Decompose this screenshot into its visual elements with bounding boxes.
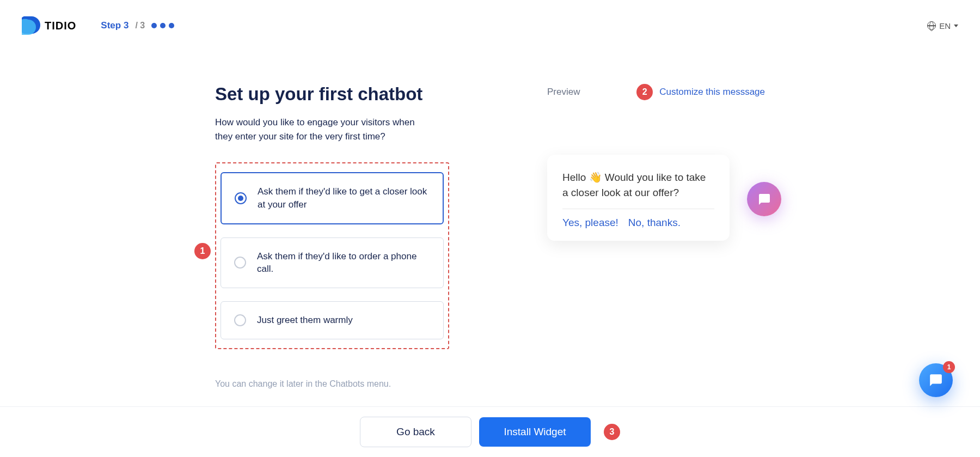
dot-1 xyxy=(151,23,157,28)
install-widget-button[interactable]: Install Widget xyxy=(479,417,591,447)
progress-dots xyxy=(151,23,174,28)
go-back-button[interactable]: Go back xyxy=(360,417,471,447)
annotation-2: 2 xyxy=(636,84,653,100)
option-label: Ask them if they'd like to order a phone… xyxy=(257,250,430,276)
main-content: Set up your first chatbot How would you … xyxy=(0,51,980,389)
bubble-message: Hello 👋 Would you like to take a closer … xyxy=(562,170,714,209)
chat-widget-launcher[interactable] xyxy=(747,182,781,216)
notification-badge: 1 xyxy=(943,361,955,373)
radio-icon xyxy=(235,192,247,204)
option-offer-look[interactable]: Ask them if they'd like to get a closer … xyxy=(220,172,444,224)
preview-label: Preview xyxy=(547,87,580,98)
left-column: Set up your first chatbot How would you … xyxy=(215,84,449,389)
helper-text: You can change it later in the Chatbots … xyxy=(215,379,449,389)
page-subtitle: How would you like to engage your visito… xyxy=(215,115,433,143)
right-column: Preview 2 Customize this messsage Hello … xyxy=(547,84,765,389)
bubble-yes-button[interactable]: Yes, please! xyxy=(562,217,618,229)
options-wrapper: 1 Ask them if they'd like to get a close… xyxy=(215,162,449,349)
chat-icon xyxy=(929,373,943,387)
step-total: / 3 xyxy=(135,21,145,31)
logo: TIDIO xyxy=(22,16,76,35)
customize-wrap: 2 Customize this messsage xyxy=(636,84,765,100)
footer: Go back Install Widget 3 xyxy=(0,406,980,457)
bubble-no-button[interactable]: No, thanks. xyxy=(628,217,681,229)
annotation-3: 3 xyxy=(604,424,620,440)
options-highlight-box: Ask them if they'd like to get a closer … xyxy=(215,162,449,349)
page-title: Set up your first chatbot xyxy=(215,84,449,105)
tidio-logo-icon xyxy=(22,16,41,35)
preview-header: Preview 2 Customize this messsage xyxy=(547,84,765,100)
customize-link[interactable]: Customize this messsage xyxy=(659,87,765,98)
dot-2 xyxy=(160,23,166,28)
bubble-actions: Yes, please! No, thanks. xyxy=(562,217,714,229)
language-selector[interactable]: EN xyxy=(927,21,958,31)
chevron-down-icon xyxy=(954,25,958,27)
globe-icon xyxy=(927,21,936,30)
radio-icon xyxy=(234,314,246,326)
preview-area: Hello 👋 Would you like to take a closer … xyxy=(547,155,765,241)
chat-icon xyxy=(758,193,771,206)
language-code: EN xyxy=(939,21,951,31)
chat-preview-bubble: Hello 👋 Would you like to take a closer … xyxy=(547,155,730,241)
header-left: TIDIO Step 3 / 3 xyxy=(22,16,174,35)
logo-text: TIDIO xyxy=(45,20,76,32)
step-current: Step 3 xyxy=(101,20,128,31)
option-label: Just greet them warmly xyxy=(257,314,353,327)
floating-chat-button[interactable]: 1 xyxy=(919,363,953,397)
step-indicator: Step 3 / 3 xyxy=(101,20,174,31)
radio-icon xyxy=(234,257,246,269)
option-label: Ask them if they'd like to get a closer … xyxy=(258,185,430,211)
option-phone-call[interactable]: Ask them if they'd like to order a phone… xyxy=(220,237,444,289)
annotation-1: 1 xyxy=(194,243,211,259)
dot-3 xyxy=(169,23,174,28)
option-greet-warmly[interactable]: Just greet them warmly xyxy=(220,301,444,339)
header: TIDIO Step 3 / 3 EN xyxy=(0,0,980,51)
